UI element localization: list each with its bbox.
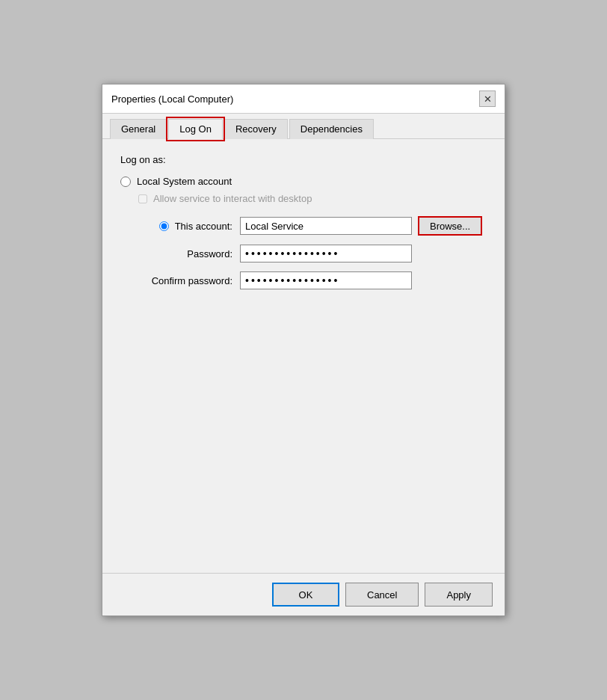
this-account-row: This account: Browse... [120, 216, 487, 236]
account-section: This account: Browse... Password: Confir… [120, 216, 487, 289]
tab-content: Log on as: Local System account Allow se… [102, 139, 505, 573]
local-system-row: Local System account [120, 176, 487, 187]
cancel-button[interactable]: Cancel [345, 583, 419, 607]
confirm-password-input[interactable] [240, 271, 412, 289]
confirm-password-label: Confirm password: [120, 275, 240, 286]
allow-service-row: Allow service to interact with desktop [138, 193, 487, 204]
tab-bar: General Log On Recovery Dependencies [102, 114, 505, 139]
allow-service-checkbox[interactable] [138, 194, 147, 203]
tab-general[interactable]: General [110, 119, 167, 139]
password-row: Password: [120, 245, 487, 262]
tab-recovery[interactable]: Recovery [224, 119, 288, 139]
this-account-label[interactable]: This account: [175, 221, 232, 232]
password-input[interactable] [240, 245, 412, 262]
title-bar: Properties (Local Computer) ✕ [102, 85, 505, 114]
confirm-password-row: Confirm password: [120, 271, 487, 289]
local-system-radio[interactable] [120, 176, 131, 187]
tab-logon[interactable]: Log On [168, 119, 223, 139]
logon-as-label: Log on as: [120, 154, 487, 165]
this-account-input[interactable] [240, 217, 412, 235]
close-button[interactable]: ✕ [479, 90, 496, 107]
footer: OK Cancel Apply [102, 573, 505, 615]
dialog-title: Properties (Local Computer) [111, 93, 233, 105]
password-label: Password: [120, 248, 240, 260]
apply-button[interactable]: Apply [425, 583, 493, 607]
properties-dialog: Properties (Local Computer) ✕ General Lo… [102, 84, 505, 616]
tab-dependencies[interactable]: Dependencies [289, 119, 374, 139]
this-account-radio[interactable] [159, 221, 169, 231]
ok-button[interactable]: OK [272, 583, 339, 607]
browse-button[interactable]: Browse... [418, 216, 482, 236]
this-account-label-group: This account: [120, 221, 240, 232]
allow-service-label: Allow service to interact with desktop [153, 193, 312, 204]
local-system-label[interactable]: Local System account [137, 176, 232, 187]
